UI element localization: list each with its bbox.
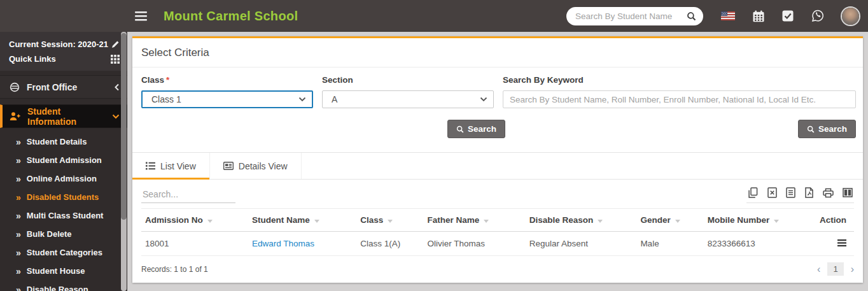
header-search[interactable] [566, 7, 703, 25]
keyword-label: Search By Keyword [503, 75, 856, 85]
row-action-menu-icon[interactable] [837, 239, 846, 246]
double-chevron-icon [16, 155, 21, 166]
sidebar-item-label: Front Office [27, 82, 77, 92]
top-header: Mount Carmel School [0, 0, 868, 32]
front-office-icon [10, 82, 20, 92]
export-toolbar [746, 187, 854, 203]
calendar-icon[interactable] [753, 10, 764, 22]
table-header-row: Admission No Student Name Class Father N… [141, 209, 854, 232]
user-avatar[interactable] [842, 8, 859, 25]
sidebar-item-online-admission[interactable]: Online Admission [0, 169, 127, 188]
copy-icon[interactable] [748, 187, 759, 198]
sidebar-item-student-house[interactable]: Student House [0, 262, 127, 280]
double-chevron-icon [16, 285, 21, 291]
edit-pencil-icon[interactable] [111, 40, 120, 48]
chevron-down-icon [112, 114, 120, 119]
sort-caret-icon [484, 220, 489, 223]
search-button[interactable]: Search [447, 120, 505, 138]
us-flag-icon[interactable] [721, 11, 735, 20]
sidebar-item-student-categories[interactable]: Student Categories [0, 243, 127, 262]
user-plus-icon [10, 111, 20, 121]
sidebar-item-multi-class-student[interactable]: Multi Class Student [0, 206, 127, 225]
column-admission-no[interactable]: Admission No [141, 209, 248, 232]
sidebar-item-student-information[interactable]: Student Information [0, 104, 127, 128]
sort-caret-icon [675, 220, 680, 223]
class-label: Class* [141, 75, 313, 85]
double-chevron-icon [16, 137, 21, 147]
columns-icon[interactable] [843, 188, 853, 197]
sidebar-item-disable-reason[interactable]: Disable Reason [0, 280, 127, 291]
sidebar-item-disabled-students[interactable]: Disabled Students [0, 188, 127, 206]
search-icon [456, 125, 464, 133]
keyword-input[interactable] [503, 90, 856, 108]
sidebar-item-label: Student Information [27, 106, 105, 127]
list-icon [146, 162, 155, 170]
excel-icon[interactable] [767, 187, 777, 198]
column-class[interactable]: Class [356, 209, 423, 232]
chevron-down-icon [298, 97, 306, 102]
sidebar-item-bulk-delete[interactable]: Bulk Delete [0, 225, 127, 243]
double-chevron-icon [16, 248, 21, 258]
column-action: Action [794, 209, 854, 232]
sort-caret-icon [388, 220, 393, 223]
cell-father-name: Olivier Thomas [424, 232, 526, 256]
header-search-input[interactable] [575, 11, 687, 21]
sidebar-item-student-admission[interactable]: Student Admission [0, 151, 127, 169]
table-toolbar [132, 180, 863, 203]
student-information-submenu: Student Details Student Admission Online… [0, 132, 127, 291]
hamburger-icon[interactable] [135, 11, 147, 21]
main-content: Select Criteria Class* Class 1 Section A [132, 36, 863, 283]
current-session-label: Current Session: 2020-21 [9, 39, 108, 49]
students-table: Admission No Student Name Class Father N… [141, 208, 854, 256]
sort-caret-icon [207, 220, 213, 223]
table-search-input[interactable] [141, 187, 235, 203]
quick-links-label: Quick Links [9, 54, 56, 64]
table-footer: Records: 1 to 1 of 1 1 [132, 256, 863, 281]
keyword-search-button[interactable]: Search [798, 120, 856, 138]
sidebar-scrollbar-thumb[interactable] [121, 33, 127, 220]
sidebar: Current Session: 2020-21 Quick Links Fro… [0, 32, 127, 291]
session-block: Current Session: 2020-21 Quick Links [0, 32, 127, 71]
details-card-icon [223, 162, 234, 170]
table-row: 18001 Edward Thomas Class 1(A) Olivier T… [141, 232, 854, 256]
page-number[interactable]: 1 [827, 262, 843, 276]
cell-gender: Male [636, 232, 703, 256]
page-prev-icon[interactable] [817, 264, 820, 274]
double-chevron-icon [16, 229, 21, 239]
tab-list-view[interactable]: List View [132, 153, 210, 179]
sidebar-item-student-details[interactable]: Student Details [0, 132, 127, 151]
cell-disable-reason: Regular Absent [526, 232, 637, 256]
column-mobile-number[interactable]: Mobile Number [704, 209, 794, 232]
section-select[interactable]: A [322, 90, 494, 108]
class-select-value: Class 1 [151, 94, 181, 104]
sidebar-item-front-office[interactable]: Front Office [0, 75, 127, 99]
column-disable-reason[interactable]: Disable Reason [526, 209, 637, 232]
class-select[interactable]: Class 1 [141, 90, 313, 108]
view-tabs: List View Details View [132, 152, 863, 180]
grid-icon[interactable] [111, 55, 120, 64]
search-icon[interactable] [687, 11, 696, 21]
panel-title: Select Criteria [132, 38, 863, 67]
cell-class: Class 1(A) [356, 232, 423, 256]
sort-caret-icon [774, 220, 779, 223]
chevron-down-icon [480, 97, 487, 102]
student-name-link[interactable]: Edward Thomas [252, 239, 314, 248]
tasks-icon[interactable] [782, 10, 794, 22]
csv-icon[interactable] [786, 187, 795, 198]
print-icon[interactable] [823, 188, 834, 198]
double-chevron-icon [16, 266, 21, 276]
whatsapp-icon[interactable] [811, 10, 824, 22]
double-chevron-icon [16, 192, 21, 202]
column-gender[interactable]: Gender [636, 209, 703, 232]
column-student-name[interactable]: Student Name [248, 209, 356, 232]
chevron-left-icon [114, 83, 120, 91]
pdf-icon[interactable] [804, 187, 814, 198]
cell-mobile-number: 8233366613 [704, 232, 794, 256]
criteria-buttons: Search Search [132, 117, 863, 143]
page-next-icon[interactable] [851, 264, 854, 274]
cell-admission-no: 18001 [141, 232, 248, 256]
column-father-name[interactable]: Father Name [424, 209, 526, 232]
double-chevron-icon [16, 174, 21, 184]
sort-caret-icon [598, 220, 603, 223]
tab-details-view[interactable]: Details View [210, 153, 302, 179]
